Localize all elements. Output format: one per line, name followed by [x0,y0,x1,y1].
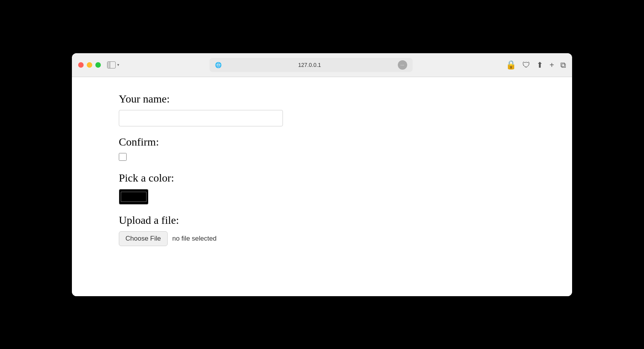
color-label: Pick a color: [119,172,525,184]
page-content: Your name: Confirm: Pick a color: Upload… [72,77,572,296]
no-file-text: no file selected [172,235,216,243]
new-tab-icon[interactable]: + [549,61,554,69]
url-text: 127.0.0.1 [225,62,395,68]
globe-icon: 🌐 [215,62,222,68]
close-button[interactable] [78,62,84,68]
shield-icon[interactable]: 🛡 [522,61,530,69]
address-bar[interactable]: 🌐 127.0.0.1 ··· [209,58,413,72]
browser-window: ▾ 🌐 127.0.0.1 ··· 🔒 🛡 ⬆ + ⧉ Your name: C… [72,53,572,296]
name-input[interactable] [119,110,283,126]
browser-chrome: ▾ 🌐 127.0.0.1 ··· 🔒 🛡 ⬆ + ⧉ [72,53,572,77]
minimize-button[interactable] [87,62,92,68]
name-section: Your name: [119,93,525,126]
more-options-button[interactable]: ··· [398,60,407,70]
file-label: Upload a file: [119,214,525,227]
sidebar-toggle[interactable]: ▾ [107,61,119,68]
confirm-checkbox[interactable] [119,153,127,161]
share-icon[interactable]: ⬆ [537,61,543,69]
confirm-section: Confirm: [119,136,525,162]
color-section: Pick a color: [119,172,525,205]
traffic-lights [78,62,101,68]
color-picker[interactable] [119,189,148,205]
confirm-label: Confirm: [119,136,525,148]
privacy-icon[interactable]: 🔒 [506,61,516,69]
file-section: Upload a file: Choose File no file selec… [119,214,525,246]
tabs-icon[interactable]: ⧉ [560,61,566,69]
chevron-down-icon: ▾ [117,63,119,67]
sidebar-icon [107,61,116,68]
maximize-button[interactable] [95,62,101,68]
file-upload-area: Choose File no file selected [119,231,525,246]
browser-actions: 🔒 🛡 ⬆ + ⧉ [506,61,566,69]
choose-file-button[interactable]: Choose File [119,231,168,246]
name-label: Your name: [119,93,525,105]
